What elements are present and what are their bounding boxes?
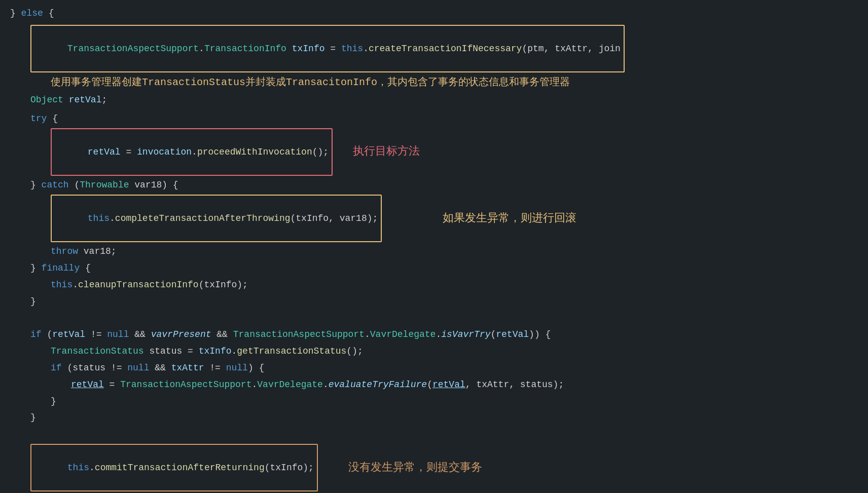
line-if-status: if (status != null && txAttr != null) {: [10, 360, 868, 376]
code-view: } else { TransactionAspectSupport.Transa…: [0, 0, 868, 493]
tx-info-box: TransactionAspectSupport.TransactionInfo…: [30, 25, 625, 72]
line-complete-tx: this.completeTransactionAfterThrowing(tx…: [10, 194, 868, 243]
line-retval-eval: retVal = TransactionAspectSupport.VavrDe…: [10, 376, 868, 393]
blank-line-2: [10, 426, 868, 443]
line-close-if-outer: }: [10, 409, 868, 426]
annotation-tx-info: 使用事务管理器创建TransactionStatus并封装成Transacito…: [10, 73, 868, 92]
line-throw: throw var18;: [10, 243, 868, 260]
line-cleanup: this.cleanupTransactionInfo(txInfo);: [10, 277, 868, 293]
blank-line-1: [10, 310, 868, 327]
line-retval-decl: Object retVal;: [10, 92, 868, 108]
line-close-finally: }: [10, 293, 868, 310]
commit-box: this.commitTransactionAfterReturning(txI…: [30, 444, 318, 491]
line-close-if-inner: }: [10, 393, 868, 410]
line-proceed: retVal = invocation.proceedWithInvocatio…: [10, 127, 868, 177]
line-if-vavr: if (retVal != null && vavrPresent && Tra…: [10, 326, 868, 343]
line-tx-info: TransactionAspectSupport.TransactionInfo…: [10, 24, 868, 73]
proceed-box: retVal = invocation.proceedWithInvocatio…: [51, 128, 333, 176]
line-else: } else {: [10, 5, 868, 22]
line-commit: this.commitTransactionAfterReturning(txI…: [10, 443, 868, 492]
line-catch: } catch (Throwable var18) {: [10, 177, 868, 194]
complete-tx-box: this.completeTransactionAfterThrowing(tx…: [51, 195, 382, 242]
line-try: try {: [10, 110, 868, 127]
line-finally: } finally {: [10, 260, 868, 277]
line-tx-status: TransactionStatus status = txInfo.getTra…: [10, 343, 868, 360]
